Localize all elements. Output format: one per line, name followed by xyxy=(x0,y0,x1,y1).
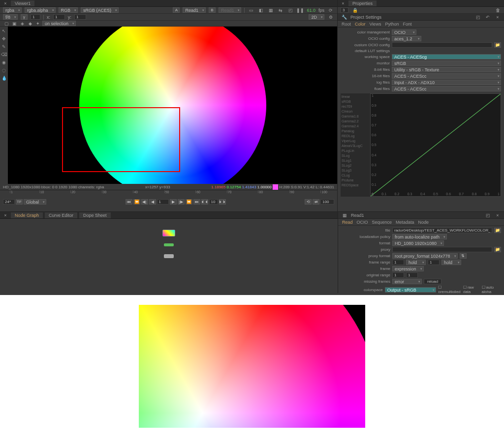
read-panel-header[interactable]: ▦ Read1 ◰ × xyxy=(338,212,504,219)
play-fwd-icon[interactable]: ▶ xyxy=(170,199,177,205)
roi-icon[interactable]: ◰ xyxy=(287,7,294,14)
loop-icon[interactable]: ⟲ xyxy=(305,199,312,205)
lut-graph[interactable]: 10.90.80.70.60.50.40.30.20.10 00.10.20.3… xyxy=(370,93,501,197)
folder-icon[interactable]: 📁 xyxy=(494,247,501,252)
input-b-button[interactable]: B xyxy=(209,7,216,13)
viewer-canvas[interactable] xyxy=(8,27,337,184)
orig-end-input[interactable] xyxy=(406,272,418,278)
skip-back-icon[interactable]: ⏴⏴ xyxy=(201,199,208,205)
close-panel-icon[interactable]: × xyxy=(494,14,501,21)
read-node[interactable] xyxy=(162,230,175,236)
x-input[interactable] xyxy=(53,14,65,20)
mode-2d-select[interactable]: 2D xyxy=(309,14,324,20)
tab-python[interactable]: Python xyxy=(385,22,399,27)
skip-fwd-icon[interactable]: ⏵⏵ xyxy=(219,199,226,205)
cm-select[interactable]: OCIO xyxy=(392,30,416,35)
grid-icon[interactable]: ▦ xyxy=(267,7,274,14)
tab-node[interactable]: Node xyxy=(418,220,429,225)
colorspace-select[interactable]: Output - sRGB xyxy=(385,287,437,293)
close-icon[interactable]: × xyxy=(2,212,9,219)
gear-icon[interactable]: ⚙ xyxy=(327,14,334,21)
mon-select[interactable]: sRGB xyxy=(392,60,501,66)
channels-select[interactable]: rgba xyxy=(3,7,22,13)
tool-icon-5[interactable]: ✦ xyxy=(34,20,41,27)
trash-icon[interactable]: 🗑 xyxy=(494,7,501,14)
refresh-icon[interactable]: ⟳ xyxy=(327,7,334,14)
viewer-tab[interactable]: Viewer1 xyxy=(11,0,34,6)
folder-icon[interactable]: 📁 xyxy=(494,42,501,48)
before-select[interactable]: hold xyxy=(406,260,426,265)
alpha-select[interactable]: rgba.alpha xyxy=(25,7,56,13)
input-b-select[interactable]: Read1 xyxy=(219,7,242,13)
goto-start-icon[interactable]: ⏮ xyxy=(126,199,132,205)
tab-sequence[interactable]: Sequence xyxy=(372,220,392,225)
fps-input[interactable] xyxy=(3,199,15,205)
colorspace-select[interactable]: sRGB (ACES) xyxy=(81,7,119,13)
step-back-icon[interactable]: ⏪ xyxy=(133,199,140,205)
range-start-input[interactable] xyxy=(392,260,404,265)
tab-metadata[interactable]: Metadata xyxy=(396,220,414,225)
viewer-node[interactable] xyxy=(164,254,174,258)
range-end-input[interactable] xyxy=(320,199,334,205)
gamma-toggle[interactable]: γ xyxy=(21,14,28,20)
pause-icon[interactable]: ❚❚ xyxy=(297,7,304,14)
premult-checkbox[interactable]: ☐ premultiplied xyxy=(438,285,461,293)
autoalpha-checkbox[interactable]: ☐ auto alpha xyxy=(482,285,501,293)
frame-mode-select[interactable]: expression xyxy=(392,266,424,271)
flt-select[interactable]: ACES - ACEScc xyxy=(392,86,501,91)
localization-select[interactable]: from auto-localize path xyxy=(392,234,447,239)
tool-icon-3[interactable]: ◈ xyxy=(19,20,26,27)
orig-start-input[interactable] xyxy=(392,272,404,278)
tab-views[interactable]: Views xyxy=(370,22,381,27)
properties-tab[interactable]: Properties xyxy=(348,0,377,6)
tf-button[interactable]: TF xyxy=(16,199,23,205)
ws-select[interactable]: ACES - ACEScg xyxy=(392,54,501,59)
rgb-select[interactable]: RGB xyxy=(59,7,78,13)
gamma-input[interactable] xyxy=(31,14,40,20)
bin-count-input[interactable] xyxy=(341,7,348,13)
dropper-icon[interactable]: 💧 xyxy=(0,75,7,82)
tab-dope-sheet[interactable]: Dope Sheet xyxy=(79,212,111,218)
node-graph-canvas[interactable] xyxy=(0,219,338,273)
roi-rectangle[interactable] xyxy=(62,107,180,172)
wipe-icon[interactable]: ▭ xyxy=(248,7,254,14)
tab-read[interactable]: Read xyxy=(342,220,353,225)
y-input[interactable] xyxy=(74,14,86,20)
close-panel-icon[interactable]: × xyxy=(494,212,501,219)
sync-select[interactable]: Global xyxy=(24,199,46,205)
proxy-input[interactable] xyxy=(392,247,492,252)
custom-ocfg-input[interactable] xyxy=(392,42,492,48)
flip-icon[interactable]: ⇆ xyxy=(277,7,284,14)
tool-icon-4[interactable]: ◆ xyxy=(27,20,33,27)
brush-icon[interactable]: ✎ xyxy=(0,43,7,50)
ocfg-select[interactable]: aces_1.2 xyxy=(392,36,421,41)
tab-root[interactable]: Root xyxy=(342,22,351,27)
tool-icon-1[interactable]: ▢ xyxy=(3,20,10,27)
play-back-icon[interactable]: ◀ xyxy=(149,199,156,205)
folder-icon[interactable]: 📁 xyxy=(494,228,501,233)
next-key-icon[interactable]: |▶ xyxy=(178,199,185,205)
b16-select[interactable]: ACES - ACEScc xyxy=(392,73,501,79)
eraser-icon[interactable]: ⌫ xyxy=(0,51,7,58)
revert-icon[interactable]: ↶ xyxy=(484,14,491,21)
tool-icon-2[interactable]: ▣ xyxy=(11,20,18,27)
input-a-select[interactable]: Read1 xyxy=(183,7,206,13)
log-select[interactable]: Input - ADX - ADX10 xyxy=(392,80,501,85)
tab-ocio[interactable]: OCIO xyxy=(357,220,368,225)
pointer-icon[interactable]: ↖ xyxy=(0,28,7,34)
project-settings-header[interactable]: 🔧 Project Settings ◰ ↶ × xyxy=(338,14,504,21)
lut-list[interactable]: linearsRGBrec709CineonGamma1.8Gamma2.2Ga… xyxy=(341,93,370,197)
float-icon[interactable]: ◰ xyxy=(474,14,481,21)
after-select[interactable]: hold xyxy=(441,260,461,265)
bounce-icon[interactable]: ⇄ xyxy=(313,199,319,205)
format-select[interactable]: HD_1080 1920x1080 xyxy=(392,240,444,246)
tab-node-graph[interactable]: Node Graph xyxy=(11,212,43,218)
colorspace-node[interactable] xyxy=(164,243,174,246)
lock-icon[interactable]: 🔒 xyxy=(351,7,358,14)
close-icon[interactable]: × xyxy=(2,0,9,7)
tab-color[interactable]: Color xyxy=(355,22,366,27)
prev-key-icon[interactable]: ◀| xyxy=(141,199,148,205)
skip-input[interactable] xyxy=(209,199,218,205)
blur-icon[interactable]: ◌ xyxy=(0,67,7,74)
clip-icon[interactable]: ◧ xyxy=(257,7,264,14)
